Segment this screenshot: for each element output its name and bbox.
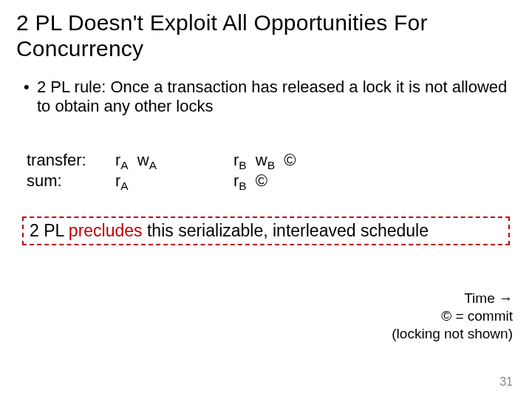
slide: 2 PL Doesn't Exploit All Opportunities F… — [0, 0, 532, 245]
commit-icon: © — [284, 151, 296, 169]
schedule-col-a: rA wA rA — [115, 150, 233, 191]
transfer-ops-b: rB wB © — [233, 150, 381, 171]
sum-ops-b: rB © — [233, 171, 381, 191]
legend-commit: © = commit — [392, 307, 513, 325]
callout-pre: 2 PL — [30, 221, 69, 240]
callout-post: this serializable, interleaved schedule — [143, 221, 429, 240]
bullet-2pl-rule: 2 PL rule: Once a transaction has releas… — [27, 78, 516, 116]
schedule-col-b: rB wB © rB © — [233, 150, 381, 191]
schedule-row-labels: transfer: sum: — [27, 150, 115, 191]
sum-ops-a: rA — [115, 171, 233, 191]
legend-locking: (locking not shown) — [392, 325, 513, 343]
page-number: 31 — [499, 375, 513, 389]
schedule-table: transfer: sum: rA wA rA rB wB © rB © — [27, 150, 516, 191]
row-label-transfer: transfer: — [27, 150, 115, 171]
legend: Time → © = commit (locking not shown) — [392, 290, 513, 342]
arrow-right-icon: → — [499, 290, 513, 306]
commit-icon: © — [256, 171, 267, 190]
transfer-ops-a: rA wA — [115, 150, 233, 171]
row-label-sum: sum: — [27, 171, 115, 191]
callout-box: 2 PL precludes this serializable, interl… — [22, 216, 510, 245]
slide-title: 2 PL Doesn't Exploit All Opportunities F… — [16, 10, 516, 61]
callout-hot: precludes — [69, 221, 143, 240]
legend-time: Time → — [392, 290, 513, 307]
